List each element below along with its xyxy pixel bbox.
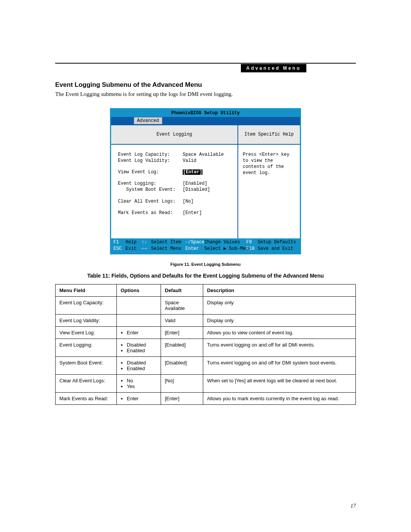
table-row: Event Log Capacity:Space AvailableDispla… [56, 296, 356, 314]
cell-options [117, 296, 161, 314]
cell-desc: Display only [203, 314, 356, 326]
option-item: No [127, 378, 157, 383]
option-item: Yes [127, 383, 157, 389]
bios-left-panel: Event Logging Event Log Capacity:Space A… [111, 125, 238, 238]
cell-field: Event Log Validity: [56, 314, 117, 326]
bios-body: Event Logging Event Log Capacity:Space A… [111, 125, 300, 238]
bios-key-space: -/Space [185, 239, 204, 245]
bios-row-label: Mark Events as Read: [118, 210, 183, 216]
cell-desc: Turns event logging on and off for DMI s… [203, 356, 356, 374]
page-number: 17 [350, 503, 356, 509]
table-row: View Event Log:Enter[Enter]Allows you to… [56, 326, 356, 339]
cell-field: System Boot Event: [56, 356, 117, 374]
header-tab: Advanced Menu [241, 64, 306, 72]
bios-row [118, 175, 234, 181]
bios-menubar-active: Advanced [134, 117, 162, 124]
bios-row-value: Valid [183, 158, 234, 164]
cell-options: DisabledEnabled [117, 356, 161, 374]
bios-row-label: System Boot Event: [118, 187, 183, 193]
table-header-row: Menu Field Options Default Description [56, 284, 356, 296]
cell-default: [Enabled] [161, 339, 203, 356]
bios-row-label: View Event Log: [118, 169, 183, 175]
cell-default: Space Available [161, 296, 203, 314]
top-rule [55, 63, 356, 64]
th-options: Options [117, 284, 161, 296]
bios-key-enter-label: Select ▶ Sub-Menu [204, 246, 246, 252]
bios-key-f1: F1 [113, 239, 126, 245]
bios-row [118, 204, 234, 210]
figure-caption: Figure 11. Event Logging Submenu [55, 262, 356, 267]
bios-key-f10: F10 [246, 246, 258, 252]
bios-key-esc-label: Exit [126, 246, 142, 252]
bios-right-panel: Item Specific Help Press <Enter> key to … [238, 125, 300, 238]
bios-row [118, 164, 234, 169]
bios-key-f10-label: Save and Exit [258, 246, 298, 252]
bios-row-value: [Disabled] [183, 187, 234, 193]
bios-key-leftright-label: Select Menu [151, 246, 185, 252]
th-desc: Description [203, 284, 356, 296]
option-item: Disabled [127, 360, 157, 366]
bios-footer: F1 Help ↑↓ Select Item -/Space Change Va… [111, 238, 300, 253]
bios-row-value: [Enabled] [183, 181, 234, 187]
cell-desc: Display only [203, 296, 356, 314]
option-item: Enter [127, 330, 157, 335]
cell-options: Enter [117, 326, 161, 339]
bios-key-esc: ESC [113, 246, 126, 252]
bios-row-value: [No] [183, 198, 234, 204]
table-row: Event Logging:DisabledEnabled[Enabled]Tu… [56, 339, 356, 356]
bios-key-enter: Enter [185, 246, 204, 252]
th-field: Menu Field [56, 284, 117, 296]
bios-menubar: Advanced [111, 117, 300, 125]
bios-left-header: Event Logging [111, 125, 237, 144]
bios-help-text: Press <Enter> key to view the contents o… [238, 145, 300, 238]
bios-row: Event Logging:[Enabled] [118, 181, 234, 187]
cell-options: Enter [117, 392, 161, 404]
cell-field: Mark Events as Read: [56, 392, 117, 404]
bios-key-f1-label: Help [126, 239, 142, 245]
bios-row-label: Event Log Validity: [118, 158, 183, 164]
fields-table: Menu Field Options Default Description E… [55, 284, 356, 405]
bios-row-value: [Enter] [183, 169, 234, 175]
page: Advanced Menu Event Logging Submenu of t… [0, 0, 411, 532]
cell-field: Event Logging: [56, 339, 117, 356]
cell-default: [Enter] [161, 392, 203, 404]
bios-row-label: Event Logging: [118, 181, 183, 187]
bios-key-updown: ↑↓ [142, 239, 151, 245]
table-row: Clear All Event Logs:NoYes[No]When set t… [56, 374, 356, 392]
cell-field: Event Log Capacity: [56, 296, 117, 314]
cell-desc: Allows you to view content of event log. [203, 326, 356, 339]
option-item: Enter [127, 396, 157, 401]
cell-default: Valid [161, 314, 203, 326]
bios-row: Clear All Event Logs:[No] [118, 198, 234, 204]
cell-options: NoYes [117, 374, 161, 392]
bios-key-f9-label: Setup Defaults [258, 239, 298, 245]
bios-row: Mark Events as Read:[Enter] [118, 210, 234, 216]
bios-key-f9: F9 [246, 239, 258, 245]
bios-row-label: Event Log Capacity: [118, 152, 183, 158]
table-row: Mark Events as Read:Enter[Enter]Allows y… [56, 392, 356, 404]
table-row: System Boot Event:DisabledEnabled[Disabl… [56, 356, 356, 374]
bios-key-space-label: Change Values [204, 239, 246, 245]
bios-row-value: [Enter] [183, 210, 234, 216]
bios-key-leftright: ←→ [142, 246, 151, 252]
option-item: Disabled [127, 342, 157, 348]
bios-row: Event Log Validity:Valid [118, 158, 234, 164]
bios-right-header: Item Specific Help [238, 125, 300, 144]
bios-row-value: Space Available [183, 152, 234, 158]
cell-field: View Event Log: [56, 326, 117, 339]
cell-default: [No] [161, 374, 203, 392]
bios-screenshot: PhoenixBIOS Setup Utility Advanced Event… [110, 108, 301, 254]
bios-row: View Event Log:[Enter] [118, 169, 234, 175]
cell-desc: Turns event logging on and off for all D… [203, 339, 356, 356]
cell-options [117, 314, 161, 326]
bios-left-content: Event Log Capacity:Space AvailableEvent … [111, 145, 237, 238]
option-item: Enabled [127, 348, 157, 353]
cell-field: Clear All Event Logs: [56, 374, 117, 392]
bios-title: PhoenixBIOS Setup Utility [111, 109, 300, 117]
section-title: Event Logging Submenu of the Advanced Me… [55, 81, 356, 89]
bios-row: Event Log Capacity:Space Available [118, 152, 234, 158]
bios-key-updown-label: Select Item [151, 239, 185, 245]
table-row: Event Log Validity:ValidDisplay only [56, 314, 356, 326]
cell-default: [Disabled] [161, 356, 203, 374]
bios-row [118, 193, 234, 198]
